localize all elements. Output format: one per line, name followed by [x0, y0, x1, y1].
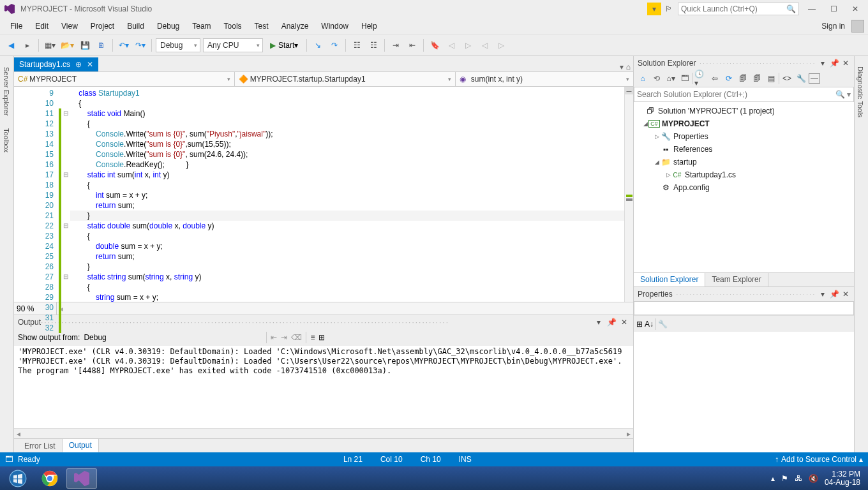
se-showall-icon[interactable]: 🗐 — [737, 72, 749, 85]
close-tab-icon[interactable]: ✕ — [87, 60, 93, 69]
server-explorer-tab[interactable]: Server Explorer — [0, 61, 13, 121]
se-search-input[interactable] — [637, 90, 835, 99]
bookmark-icon[interactable]: 🔖 — [428, 38, 442, 52]
save-icon[interactable]: 💾 — [78, 38, 92, 52]
se-copy-icon[interactable]: 🗐 — [751, 72, 763, 85]
redo-icon[interactable]: ↷▾ — [133, 38, 147, 52]
se-code-icon[interactable]: <> — [781, 72, 793, 85]
se-properties-icon[interactable]: ▤ — [765, 72, 777, 85]
step-into-icon[interactable]: ↘ — [311, 38, 325, 52]
chrome-icon[interactable] — [34, 468, 65, 489]
se-pin-icon[interactable]: 📌 — [830, 59, 839, 68]
visual-studio-icon[interactable] — [66, 468, 97, 489]
notification-flag-icon[interactable]: ▾ — [647, 3, 661, 15]
solution-config-dropdown[interactable]: Debug — [156, 38, 200, 52]
goto-prev-icon[interactable]: ⇤ — [271, 333, 277, 342]
menu-tools[interactable]: Tools — [218, 19, 248, 33]
clear-all-icon[interactable]: ⌫ — [291, 333, 302, 342]
doc-tab-active[interactable]: Startupday1.cs ⊕ ✕ — [14, 57, 98, 71]
se-sync-icon[interactable]: ⟲ — [650, 72, 663, 85]
se-scope-icon[interactable]: 🗔 — [678, 72, 691, 85]
tray-volume-icon[interactable]: 🔇 — [809, 474, 818, 483]
uncomment-icon[interactable]: ☷ — [366, 38, 380, 52]
menu-analyze[interactable]: Analyze — [275, 19, 315, 33]
maximize-button[interactable]: ☐ — [825, 2, 842, 16]
start-button[interactable] — [3, 468, 33, 489]
se-refresh-icon[interactable]: ⟳ — [722, 72, 735, 85]
se-dropdown-icon[interactable]: ▾ — [818, 59, 827, 68]
outdent-icon[interactable]: ⇤ — [405, 38, 419, 52]
tray-up-icon[interactable]: ▴ — [771, 474, 775, 483]
solution-nav-icon[interactable]: ⌂ — [626, 63, 631, 71]
tab-overflow-icon[interactable]: ▾ — [620, 63, 624, 71]
se-tab-team[interactable]: Team Explorer — [705, 273, 768, 286]
word-wrap-icon[interactable]: ≡ — [310, 333, 315, 342]
categorize-icon[interactable]: ⊞ — [636, 320, 643, 329]
tray-network-icon[interactable]: 🖧 — [795, 474, 802, 483]
goto-next-icon[interactable]: ⇥ — [281, 333, 287, 342]
source-control-button[interactable]: ↑Add to Source Control ▴ — [775, 455, 863, 464]
toggle-icon[interactable]: ⊞ — [318, 333, 325, 342]
props-close-icon[interactable]: ✕ — [841, 290, 850, 299]
solution-platform-dropdown[interactable]: Any CPU — [203, 38, 263, 52]
quick-launch-input[interactable] — [681, 4, 786, 13]
tree-node[interactable]: 🗇Solution 'MYPROJECT' (1 project) — [634, 105, 854, 117]
props-grid[interactable] — [634, 332, 854, 452]
new-project-icon[interactable]: ▦▾ — [43, 38, 57, 52]
menu-project[interactable]: Project — [84, 19, 121, 33]
tab-error-list[interactable]: Error List — [18, 440, 62, 452]
se-home-icon[interactable]: ⌂ — [636, 72, 649, 85]
comment-icon[interactable]: ☷ — [350, 38, 364, 52]
se-history-icon[interactable]: 🕓▾ — [694, 72, 707, 85]
taskbar-clock[interactable]: 1:32 PM 04-Aug-18 — [825, 470, 860, 487]
save-all-icon[interactable]: 🗎 — [94, 38, 108, 52]
quick-launch[interactable]: 🔍 — [678, 3, 799, 15]
output-source-dropdown[interactable]: Debug — [84, 333, 262, 342]
se-search[interactable]: 🔍 ▾ — [634, 87, 854, 102]
nav-type-dropdown[interactable]: 🔶MYPROJECT.startup.Startupday1 — [235, 72, 456, 86]
se-tab-explorer[interactable]: Solution Explorer — [634, 273, 705, 286]
se-back-icon[interactable]: ⇦ — [708, 72, 721, 85]
menu-team[interactable]: Team — [186, 19, 217, 33]
props-wrench-icon[interactable]: 🔧 — [658, 320, 668, 329]
pin-icon[interactable]: ⊕ — [75, 60, 82, 69]
menu-edit[interactable]: Edit — [29, 19, 55, 33]
tree-node[interactable]: ◢C#MYPROJECT — [634, 117, 854, 130]
nav-scope-dropdown[interactable]: C#MYPROJECT — [14, 72, 235, 86]
tree-node[interactable]: ⚙App.config — [634, 181, 854, 194]
menu-file[interactable]: File — [4, 19, 29, 33]
indent-icon[interactable]: ⇥ — [389, 38, 403, 52]
props-dropdown-icon[interactable]: ▾ — [818, 290, 827, 299]
clear-bookmark-icon2[interactable]: ▷ — [494, 38, 508, 52]
toolbox-tab[interactable]: Toolbox — [0, 122, 13, 158]
output-text[interactable]: 'MYPROJECT.exe' (CLR v4.0.30319: Default… — [14, 346, 633, 428]
code-area[interactable]: class Startupday1 { static void Main() {… — [70, 87, 624, 302]
hscroll-left-icon[interactable]: ◂ — [17, 429, 20, 438]
se-wrench-icon[interactable]: 🔧 — [795, 72, 807, 85]
feedback-icon[interactable]: 🏳 — [665, 4, 673, 13]
clear-bookmark-icon[interactable]: ◁ — [477, 38, 491, 52]
nav-member-dropdown[interactable]: ◉sum(int x, int y) — [456, 72, 633, 86]
menu-window[interactable]: Window — [315, 19, 355, 33]
split-icon[interactable]: — — [625, 87, 633, 94]
overview-ruler[interactable]: — — [624, 87, 633, 302]
tray-action-icon[interactable]: ⚑ — [781, 474, 788, 483]
tab-output[interactable]: Output — [62, 438, 99, 452]
se-collapse-icon[interactable]: ⌂▾ — [664, 72, 677, 85]
menu-debug[interactable]: Debug — [151, 19, 186, 33]
props-object-dropdown[interactable] — [634, 301, 854, 315]
tree-node[interactable]: ◢📁startup — [634, 156, 854, 168]
tree-node[interactable]: ▷C#Startupday1.cs — [634, 168, 854, 181]
open-file-icon[interactable]: 📂▾ — [59, 38, 75, 52]
se-close-icon[interactable]: ✕ — [841, 59, 850, 68]
props-pin-icon[interactable]: 📌 — [830, 290, 839, 299]
sign-in-link[interactable]: Sign in — [821, 22, 845, 31]
avatar-icon[interactable] — [851, 20, 864, 33]
step-over-icon[interactable]: ↷ — [327, 38, 341, 52]
fold-gutter[interactable]: ⊟⊟⊟⊟ — [61, 87, 70, 302]
system-tray[interactable]: ▴ ⚑ 🖧 🔇 1:32 PM 04-Aug-18 — [771, 470, 865, 487]
menu-build[interactable]: Build — [121, 19, 151, 33]
nav-fwd-icon[interactable]: ▸ — [20, 38, 34, 52]
panel-close-icon[interactable]: ✕ — [619, 317, 629, 327]
next-bookmark-icon[interactable]: ▷ — [461, 38, 475, 52]
